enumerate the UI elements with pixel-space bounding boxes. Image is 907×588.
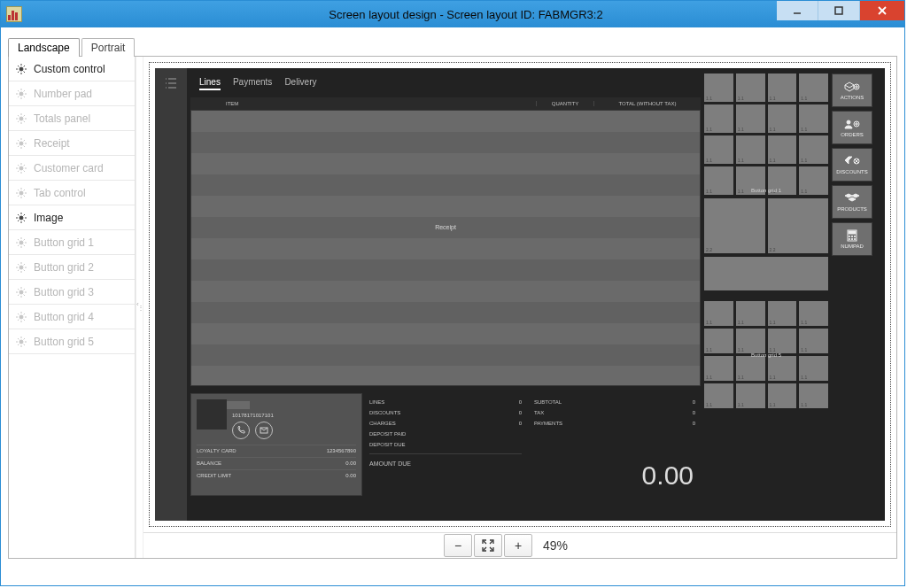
gear-icon [16,64,27,74]
zoom-in-button[interactable]: + [504,534,532,557]
avatar [197,399,227,429]
window-maximize-button[interactable] [818,1,860,20]
toolbox-item-custom-control[interactable]: Custom control [9,57,135,81]
grid-cell[interactable] [799,301,828,326]
credit-label: CREDIT LIMIT [197,473,231,478]
svg-point-11 [19,241,23,244]
toolbox-item-customer-card[interactable]: Customer card [9,156,135,181]
action-products[interactable]: PRODUCTS [832,185,872,219]
grid-cell[interactable] [799,329,828,353]
totals-panel-left[interactable]: LINES0 DISCOUNTS0 CHARGES0 DEPOSIT PAID … [368,393,523,496]
grid-cell[interactable] [704,166,733,195]
window-minimize-button[interactable] [777,1,818,20]
grid-cell[interactable] [736,104,765,133]
action-label: ACTIONS [841,95,864,100]
customer-card-panel[interactable]: 10178171017101 LOYALTY CARD1234567890 [190,393,362,496]
value: 0 [693,410,695,415]
grid-cell[interactable] [768,135,797,164]
grid-cell[interactable] [768,198,829,253]
grid-cell[interactable] [799,383,828,408]
window-close-button[interactable] [860,1,904,20]
grid-cell[interactable] [736,301,765,326]
toolbox-item-label: Button grid 1 [34,236,94,249]
grid-cell[interactable] [799,135,828,164]
svg-point-15 [19,340,23,344]
toolbox-item-button-grid-1[interactable]: Button grid 1 [9,230,135,255]
svg-point-4 [19,67,23,71]
zoom-value: 49% [543,538,596,553]
action-discounts[interactable]: DISCOUNTS [832,148,872,182]
grid-cell[interactable] [768,74,797,102]
toolbox-item-button-grid-4[interactable]: Button grid 4 [9,305,135,329]
mail-icon[interactable] [255,422,273,439]
tab-page: Custom control Number pad Totals panel R… [8,56,897,559]
totals-panel-right[interactable]: SUBTOTAL0 TAX0 PAYMENTS0 0.00 [529,393,701,496]
label: DEPOSIT DUE [369,442,406,447]
receipt-panel[interactable]: Receipt [190,110,701,386]
loyalty-label: LOYALTY CARD [197,448,236,453]
value: 0 [519,410,522,415]
grid-cell[interactable] [704,74,733,102]
grid-cell[interactable] [768,329,797,353]
action-actions[interactable]: ACTIONS [832,74,872,107]
svg-point-27 [851,238,852,239]
phone-icon[interactable] [232,422,250,439]
grid-cell[interactable] [704,329,733,353]
button-grid-5-panel[interactable]: Button grid 5 [704,301,828,408]
pos-tab-delivery[interactable]: Delivery [284,77,316,90]
toolbox-item-tab-control[interactable]: Tab control [9,181,135,205]
action-numpad[interactable]: NUMPAD [832,222,872,256]
toolbox-item-label: Button grid 4 [34,311,94,323]
app-icon [6,6,22,22]
grid-cell[interactable] [768,356,797,381]
button-grid-3-panel[interactable] [704,257,828,290]
grid-cell[interactable] [736,329,765,353]
toolbox-item-label: Totals panel [34,112,90,125]
grid-cell[interactable] [799,356,828,381]
grid-cell[interactable] [736,356,765,381]
tab-landscape[interactable]: Landscape [8,38,80,57]
grid-cell[interactable] [704,135,733,164]
grid-cell[interactable] [704,301,733,326]
toolbox-item-button-grid-3[interactable]: Button grid 3 [9,280,135,305]
gear-icon [16,262,27,273]
gear-icon [16,188,27,198]
splitter-handle[interactable]: ⋮▸ [136,57,143,558]
gear-icon [16,138,27,149]
grid-cell[interactable] [768,383,797,408]
grid-cell[interactable] [736,135,765,164]
grid-cell[interactable] [736,383,765,408]
grid-cell[interactable] [704,383,733,408]
grid-cell[interactable] [736,74,765,102]
svg-point-28 [854,238,855,239]
toolbox-item-receipt[interactable]: Receipt [9,131,135,156]
action-strip: ACTIONS ORDERS DISCOUNTS [832,74,872,515]
receipt-placeholder: Receipt [435,224,456,230]
pos-screen[interactable]: Lines Payments Delivery ITEM QUANTITY TO… [155,68,885,521]
pos-sidebar[interactable] [155,68,187,521]
button-grid-2-panel[interactable] [704,198,828,253]
pos-tab-payments[interactable]: Payments [233,77,272,90]
toolbox-item-button-grid-2[interactable]: Button grid 2 [9,255,135,280]
grid-cell[interactable] [704,198,765,253]
grid-cell[interactable] [768,104,797,133]
zoom-fit-button[interactable] [474,534,502,557]
toolbox-item-button-grid-5[interactable]: Button grid 5 [9,329,135,354]
button-grid-1-panel[interactable]: Button grid 1 [704,74,828,195]
grid-cell[interactable] [799,74,828,102]
grid-cell[interactable] [704,104,733,133]
zoom-out-button[interactable]: − [444,534,472,557]
design-canvas[interactable]: Lines Payments Delivery ITEM QUANTITY TO… [149,62,891,527]
grid-cell[interactable] [799,104,828,133]
grid-cell[interactable] [799,166,828,195]
action-orders[interactable]: ORDERS [832,111,872,144]
tab-portrait[interactable]: Portrait [81,38,136,57]
toolbox-item-number-pad[interactable]: Number pad [9,81,135,106]
pos-tab-lines[interactable]: Lines [199,77,221,90]
toolbox-item-image[interactable]: Image [9,205,135,230]
toolbox-item-totals-panel[interactable]: Totals panel [9,106,135,131]
svg-point-18 [847,120,850,124]
loyalty-value: 1234567890 [327,448,356,453]
grid-cell[interactable] [704,356,733,381]
grid-cell[interactable] [768,301,797,326]
